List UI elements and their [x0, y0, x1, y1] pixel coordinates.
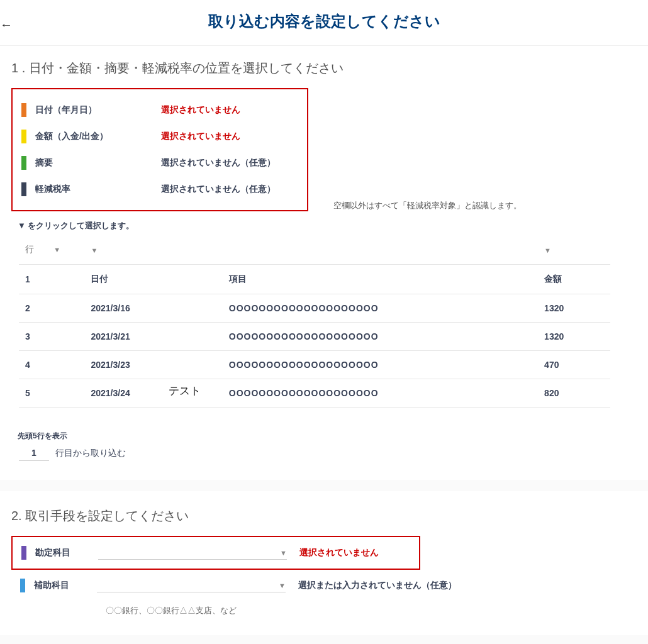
legend-label-summary: 摘要: [35, 157, 161, 169]
legend-label-amount: 金額（入金/出金）: [35, 131, 161, 142]
chip-date-icon: [21, 103, 26, 117]
sub-account-select[interactable]: ▼: [97, 579, 286, 592]
sub-account-hint: 〇〇銀行、〇〇銀行△△支店、など: [106, 605, 637, 616]
account-select[interactable]: ▼: [98, 547, 287, 560]
col-select-3[interactable]: ▼: [544, 247, 551, 254]
legend-status-tax: 選択されていません（任意）: [161, 184, 276, 195]
preview-table: 行 ▼ ▼ ▼ 1 日付 項目 金額 2 2021/3/16 OOOOOOOOO…: [19, 235, 610, 408]
legend-box: 日付（年月日） 選択されていません 金額（入金/出金） 選択されていません 摘要…: [11, 88, 308, 211]
tax-note: 空欄以外はすべて「軽減税率対象」と認識します。: [333, 200, 522, 211]
chip-amount-icon: [21, 130, 26, 143]
table-row: 1 日付 項目 金額: [19, 265, 610, 294]
section-1: 1 . 日付・金額・摘要・軽減税率の位置を選択してください 日付（年月日） 選択…: [0, 46, 648, 480]
section-2: 2. 取引手段を設定してください 勘定科目 ▼ 選択されていません 補助科目 ▼…: [0, 491, 648, 635]
section-2-title: 2. 取引手段を設定してください: [11, 508, 637, 525]
sub-account-label: 補助科目: [34, 580, 97, 591]
table-row: 3 2021/3/21 OOOOOOOOOOOOOOOOOOOO 1320: [19, 323, 610, 351]
chip-account-icon: [21, 546, 26, 560]
th-item: 項目: [223, 265, 538, 294]
legend-label-tax: 軽減税率: [35, 184, 161, 195]
legend-status-amount: 選択されていません: [161, 131, 240, 142]
page-title: 取り込む内容を設定してください: [0, 11, 648, 31]
th-date: 日付: [84, 265, 222, 294]
chip-sub-account-icon: [20, 579, 25, 592]
legend-status-summary: 選択されていません（任意）: [161, 157, 276, 169]
legend-label-date: 日付（年月日）: [35, 104, 161, 116]
chip-tax-icon: [21, 182, 26, 196]
table-footer-note: 先頭5行を表示: [18, 431, 637, 441]
chevron-down-icon: ▼: [279, 582, 286, 589]
import-from-row-input[interactable]: [19, 445, 49, 461]
legend-row-date: 日付（年月日） 選択されていません: [21, 97, 298, 123]
account-field-box: 勘定科目 ▼ 選択されていません: [11, 536, 420, 570]
sub-account-row: 補助科目 ▼ 選択または入力されていません（任意）: [11, 570, 483, 601]
import-from-row-label: 行目から取り込む: [55, 448, 126, 459]
section-1-title: 1 . 日付・金額・摘要・軽減税率の位置を選択してください: [11, 60, 637, 77]
select-hint: ▼ をクリックして選択します。: [18, 220, 637, 231]
account-label: 勘定科目: [35, 547, 98, 558]
legend-row-amount: 金額（入金/出金） 選択されていません: [21, 123, 298, 150]
table-row: 4 2021/3/23 OOOOOOOOOOOOOOOOOOOO 470: [19, 351, 610, 379]
th-amount: 金額: [538, 265, 610, 294]
account-status: 選択されていません: [299, 547, 379, 558]
legend-row-summary: 摘要 選択されていません（任意）: [21, 150, 298, 176]
chevron-down-icon: ▼: [280, 549, 287, 557]
th-row: 行: [25, 244, 34, 254]
table-row: 2 2021/3/16 OOOOOOOOOOOOOOOOOOOO 1320: [19, 294, 610, 323]
col-select-1[interactable]: ▼: [53, 246, 60, 253]
col-select-2[interactable]: ▼: [91, 247, 98, 254]
chip-summary-icon: [21, 156, 26, 170]
sub-account-status: 選択または入力されていません（任意）: [298, 580, 457, 591]
back-arrow-icon[interactable]: ←: [0, 18, 13, 32]
test-label: テスト: [169, 384, 637, 398]
legend-status-date: 選択されていません: [161, 104, 240, 116]
legend-row-tax: 軽減税率 選択されていません（任意）: [21, 176, 298, 203]
